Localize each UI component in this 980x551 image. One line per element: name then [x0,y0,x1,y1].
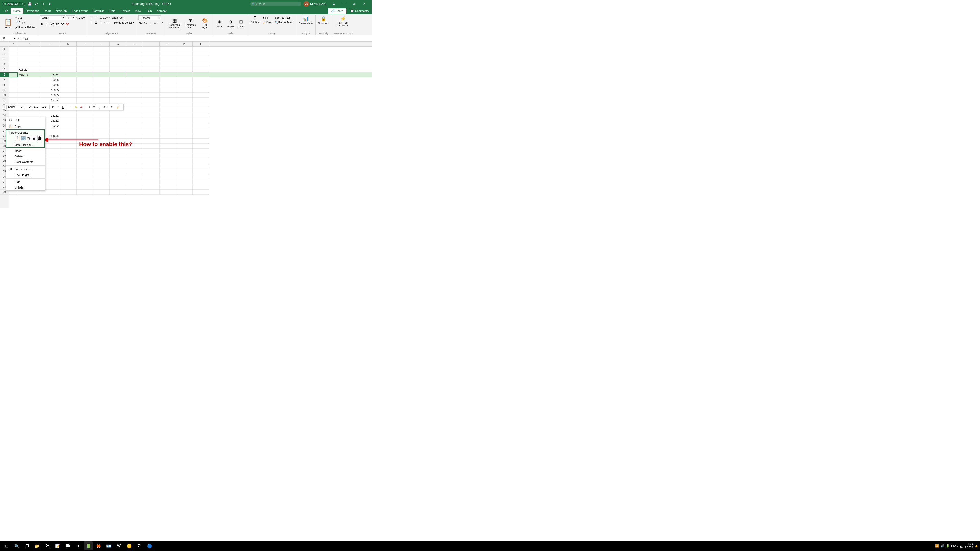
col-header-g[interactable]: G [110,41,126,46]
cell-H22[interactable] [126,154,143,159]
cell-D4[interactable] [60,62,76,67]
cell-E10[interactable] [76,93,93,98]
increase-font-button[interactable]: A▲ [76,16,80,20]
cell-E22[interactable] [76,154,93,159]
cell-J2[interactable] [159,52,176,57]
cell-C8[interactable]: 15085 [41,83,60,87]
menu-help[interactable]: Help [143,8,154,14]
mini-percent-button[interactable]: % [92,105,97,109]
align-center-button[interactable]: ☰ [94,21,98,25]
cell-G15[interactable] [110,118,126,123]
cell-L2[interactable] [192,52,209,57]
cell-A5[interactable] [9,67,18,72]
cell-G23[interactable] [110,159,126,164]
cell-B10[interactable] [18,93,41,98]
cell-D23[interactable] [60,159,76,164]
orientation-button[interactable]: ab↷ [103,15,108,20]
cell-K24[interactable] [176,164,192,169]
cell-I27[interactable] [143,179,159,184]
cell-H21[interactable] [126,149,143,154]
cell-G16[interactable] [110,123,126,128]
cell-H18[interactable] [126,133,143,138]
cut-button[interactable]: ✂ Cut [14,15,36,20]
autosum-button[interactable]: Σ AutoSum [250,15,261,24]
cell-L10[interactable] [192,93,209,98]
mini-bold-button[interactable]: B [51,105,56,110]
cell-C1[interactable] [41,47,60,52]
cell-L29[interactable] [192,189,209,195]
cell-H1[interactable] [126,47,143,52]
cell-D6[interactable] [60,72,76,77]
format-cells-button[interactable]: ⊟ Format [236,15,246,32]
ctx-format-cells[interactable]: ⊞ Format Cells... [6,166,45,172]
autosave-badge[interactable]: AutoSave On [2,2,25,6]
cell-I14[interactable] [143,113,159,118]
formula-input[interactable] [29,36,371,41]
cell-K8[interactable] [176,83,192,87]
cell-H29[interactable] [126,189,143,195]
cell-K2[interactable] [176,52,192,57]
menu-pagelayout[interactable]: Page Layout [69,8,90,14]
mini-border-button[interactable]: ⊞ [86,105,91,110]
cell-J23[interactable] [159,159,176,164]
cell-F16[interactable] [93,123,110,128]
cell-H23[interactable] [126,159,143,164]
cell-H4[interactable] [126,62,143,67]
cell-L7[interactable] [192,77,209,83]
sort-filter-button[interactable]: ↕ Sort & Filter [274,15,294,20]
cell-I28[interactable] [143,184,159,189]
col-header-i[interactable]: I [143,41,159,46]
col-header-h[interactable]: H [126,41,143,46]
cell-G26[interactable] [110,174,126,179]
cell-E27[interactable] [76,179,93,184]
find-select-button[interactable]: 🔍 Find & Select [274,20,294,25]
cell-K16[interactable] [176,123,192,128]
cell-D15[interactable] [60,118,76,123]
cell-H3[interactable] [126,57,143,62]
col-header-j[interactable]: J [159,41,176,46]
cell-L4[interactable] [192,62,209,67]
cell-K28[interactable] [176,184,192,189]
cell-L19[interactable] [192,138,209,144]
insert-cells-button[interactable]: ⊕ Insert [215,15,225,32]
cell-F14[interactable] [93,113,110,118]
mini-increase-font[interactable]: A▲ [32,105,40,110]
cell-L23[interactable] [192,159,209,164]
cell-I11[interactable] [143,98,159,103]
cell-H13[interactable] [126,108,143,113]
search-input[interactable] [250,2,301,6]
cell-D10[interactable] [60,93,76,98]
cell-H10[interactable] [126,93,143,98]
cell-F10[interactable] [93,93,110,98]
cell-K18[interactable] [176,133,192,138]
cell-K14[interactable] [176,113,192,118]
mini-underline-button[interactable]: U [60,105,65,110]
cell-I17[interactable] [143,128,159,133]
cell-K1[interactable] [176,47,192,52]
row-num-6[interactable]: 6 [0,72,9,77]
cell-E23[interactable] [76,159,93,164]
col-header-e[interactable]: E [76,41,93,46]
cell-J25[interactable] [159,169,176,174]
cell-E4[interactable] [76,62,93,67]
minimize-button[interactable]: ─ [339,0,349,8]
row-num-9[interactable]: 9 [0,87,9,93]
cell-I19[interactable] [143,138,159,144]
cell-C7[interactable]: 15085 [41,77,60,83]
italic-button[interactable]: I [45,21,49,26]
cell-A10[interactable] [9,93,18,98]
cell-A2[interactable] [9,52,18,57]
cell-B11[interactable] [18,98,41,103]
cell-K7[interactable] [176,77,192,83]
ctx-paste-special[interactable]: Paste Special... [6,142,45,148]
cell-L8[interactable] [192,83,209,87]
restore-button[interactable]: ⧉ [349,0,360,8]
comma-button[interactable]: , [148,21,153,25]
cell-F25[interactable] [93,169,110,174]
cell-J16[interactable] [159,123,176,128]
cell-J22[interactable] [159,154,176,159]
cell-L24[interactable] [192,164,209,169]
row-num-10[interactable]: 10 [0,93,9,98]
cell-H19[interactable] [126,138,143,144]
mini-decrease-font[interactable]: A▼ [41,105,48,110]
